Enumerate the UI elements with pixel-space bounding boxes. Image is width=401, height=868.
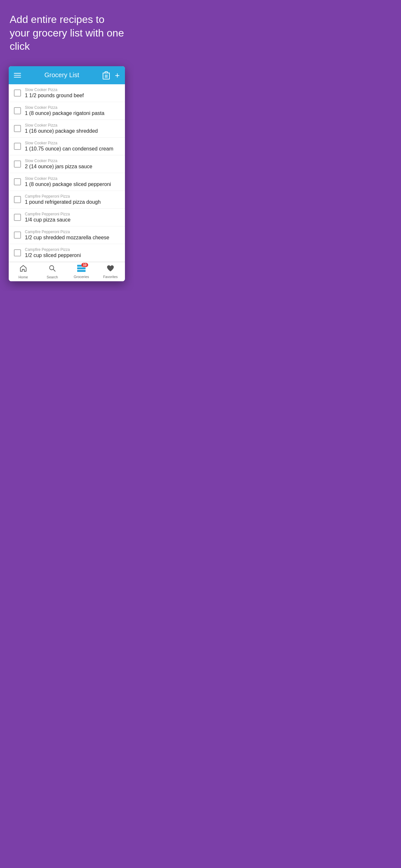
grocery-item-source: Campfire Pepperoni Pizza bbox=[25, 229, 110, 234]
grocery-item: Slow Cooker Pizza1 (8 ounce) package sli… bbox=[9, 173, 125, 191]
grocery-item: Slow Cooker Pizza1 (10.75 ounce) can con… bbox=[9, 137, 125, 155]
favorites-nav-label: Favorites bbox=[103, 275, 118, 279]
grocery-item-checkbox[interactable] bbox=[14, 125, 21, 132]
grocery-item-source: Slow Cooker Pizza bbox=[25, 159, 92, 163]
grocery-item-source: Campfire Pepperoni Pizza bbox=[25, 212, 70, 216]
grocery-item: Slow Cooker Pizza1 (8 ounce) package rig… bbox=[9, 102, 125, 120]
grocery-item-name: 1 (16 ounce) package shredded bbox=[25, 128, 98, 134]
bottom-navigation: Home Search 10 bbox=[9, 262, 125, 281]
delete-button[interactable] bbox=[103, 71, 110, 80]
app-header: Grocery List + bbox=[9, 66, 125, 84]
grocery-item-source: Slow Cooker Pizza bbox=[25, 141, 113, 145]
grocery-item-checkbox[interactable] bbox=[14, 160, 21, 167]
grocery-item: Slow Cooker Pizza1 (16 ounce) package sh… bbox=[9, 120, 125, 137]
header-actions: + bbox=[103, 71, 120, 80]
grocery-item-source: Slow Cooker Pizza bbox=[25, 105, 104, 110]
nav-home[interactable]: Home bbox=[9, 262, 38, 281]
grocery-item-checkbox[interactable] bbox=[14, 89, 21, 97]
svg-point-6 bbox=[50, 266, 54, 270]
search-icon bbox=[49, 265, 56, 274]
grocery-item-source: Campfire Pepperoni Pizza bbox=[25, 194, 101, 198]
groceries-nav-label: Groceries bbox=[73, 275, 89, 279]
grocery-item-name: 1/4 cup pizza sauce bbox=[25, 217, 70, 223]
grocery-item-name: 1 (8 ounce) package rigatoni pasta bbox=[25, 111, 104, 116]
grocery-item-name: 1/2 cup shredded mozzarella cheese bbox=[25, 235, 110, 241]
groceries-badge: 10 bbox=[81, 263, 88, 267]
grocery-item: Campfire Pepperoni Pizza1/2 cup sliced p… bbox=[9, 244, 125, 262]
grocery-item-source: Campfire Pepperoni Pizza bbox=[25, 247, 81, 252]
grocery-item-checkbox[interactable] bbox=[14, 249, 21, 256]
grocery-item-name: 1 1/2 pounds ground beef bbox=[25, 93, 84, 98]
grocery-item: Slow Cooker Pizza2 (14 ounce) jars pizza… bbox=[9, 155, 125, 173]
nav-favorites[interactable]: Favorites bbox=[96, 262, 125, 281]
grocery-item-name: 2 (14 ounce) jars pizza sauce bbox=[25, 164, 92, 169]
grocery-item-name: 1 pound refrigerated pizza dough bbox=[25, 199, 101, 205]
search-nav-label: Search bbox=[47, 275, 58, 279]
add-item-button[interactable]: + bbox=[115, 71, 120, 80]
phone-mockup: Grocery List + Slow Cooker Pizza1 1/2 po… bbox=[9, 66, 125, 281]
grocery-item-checkbox[interactable] bbox=[14, 178, 21, 185]
hero-text: Add entire recipes to your grocery list … bbox=[0, 0, 134, 63]
grocery-item-source: Slow Cooker Pizza bbox=[25, 123, 98, 128]
grocery-item-name: 1 (10.75 ounce) can condensed cream bbox=[25, 146, 113, 152]
nav-groceries[interactable]: 10 Groceries bbox=[67, 262, 96, 281]
grocery-item-source: Slow Cooker Pizza bbox=[25, 88, 84, 92]
svg-rect-10 bbox=[77, 270, 86, 272]
grocery-item-source: Slow Cooker Pizza bbox=[25, 176, 111, 181]
svg-rect-9 bbox=[77, 268, 86, 269]
hamburger-menu-button[interactable] bbox=[14, 73, 21, 78]
home-icon bbox=[19, 265, 27, 274]
grocery-item-name: 1 (8 ounce) package sliced pepperoni bbox=[25, 182, 111, 187]
grocery-item: Campfire Pepperoni Pizza1/2 cup shredded… bbox=[9, 226, 125, 244]
page-title: Grocery List bbox=[21, 71, 103, 79]
grocery-item-checkbox[interactable] bbox=[14, 143, 21, 150]
grocery-item: Campfire Pepperoni Pizza1/4 cup pizza sa… bbox=[9, 209, 125, 226]
favorites-icon bbox=[106, 265, 114, 274]
grocery-item-checkbox[interactable] bbox=[14, 231, 21, 239]
svg-line-7 bbox=[54, 269, 56, 271]
nav-search[interactable]: Search bbox=[38, 262, 67, 281]
grocery-item: Slow Cooker Pizza1 1/2 pounds ground bee… bbox=[9, 84, 125, 102]
grocery-item-checkbox[interactable] bbox=[14, 196, 21, 203]
grocery-item: Campfire Pepperoni Pizza1 pound refriger… bbox=[9, 191, 125, 209]
home-nav-label: Home bbox=[19, 275, 28, 279]
grocery-list: Slow Cooker Pizza1 1/2 pounds ground bee… bbox=[9, 84, 125, 262]
grocery-item-name: 1/2 cup sliced pepperoni bbox=[25, 252, 81, 258]
grocery-item-checkbox[interactable] bbox=[14, 214, 21, 221]
grocery-item-checkbox[interactable] bbox=[14, 107, 21, 114]
